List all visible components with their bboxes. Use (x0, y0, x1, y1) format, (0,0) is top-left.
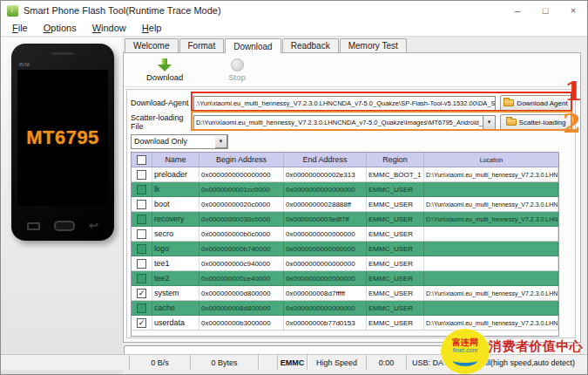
table-row[interactable]: preloader0x00000000000000000x00000000000… (132, 167, 558, 182)
cell-region: EMMC_USER (367, 242, 424, 256)
scatter-file-row: Scatter-loading File D:\Yun\xiaomi.eu_mu… (131, 112, 571, 132)
table-row[interactable]: logo0x000000000b7400000x0000000000000000… (132, 242, 558, 256)
cell-name: cache (152, 301, 199, 315)
tab-memory-test[interactable]: Memory Test (340, 38, 407, 52)
status-bar: 0 B/s 0 Bytes EMMC High Speed 0:00 USB: … (1, 354, 587, 370)
checkbox-icon (137, 185, 146, 194)
tab-welcome[interactable]: Welcome (125, 38, 179, 52)
cell-end-address: 0x000000000002e313 (284, 167, 367, 181)
cell-begin-address: 0x000000000c940000 (199, 256, 284, 270)
table-body: preloader0x00000000000000000x00000000000… (132, 167, 558, 331)
table-row[interactable]: tee10x000000000c9400000x0000000000000000… (132, 256, 558, 271)
cell-name: preloader (152, 167, 199, 181)
checkbox-icon (137, 244, 146, 254)
folder-icon (504, 99, 514, 106)
cell-name: lk (152, 182, 199, 196)
minimize-button[interactable]: – (504, 1, 531, 20)
row-checkbox[interactable]: ✓ (132, 316, 152, 330)
table-row[interactable]: cache0x000000008d8000000x000000000000000… (132, 301, 558, 316)
checkbox-icon (137, 303, 146, 313)
tab-readback[interactable]: Readback (282, 38, 339, 52)
partition-table: Name Begin Address End Address Region Lo… (131, 152, 559, 337)
status-speed: 0 B/s (130, 355, 191, 370)
chevron-down-icon[interactable]: ▼ (483, 115, 496, 130)
title-bar: Smart Phone Flash Tool(Runtime Trace Mod… (1, 1, 587, 20)
chevron-down-icon: ▼ (215, 134, 227, 148)
cell-region: EMMC_BOOT_1 (367, 167, 424, 181)
cell-begin-address: 0x0000000000000000 (199, 167, 284, 181)
table-row[interactable]: tee20x000000000ce400000x0000000000000000… (132, 271, 558, 286)
header-name[interactable]: Name (152, 153, 199, 167)
stop-button-label: Stop (228, 72, 246, 82)
download-mode-select[interactable]: Download Only ▼ (131, 134, 228, 149)
app-icon (7, 5, 18, 17)
phone-speaker (51, 52, 74, 55)
row-checkbox[interactable] (132, 242, 152, 256)
menu-item-options[interactable]: Options (36, 22, 84, 34)
row-checkbox[interactable] (132, 197, 152, 211)
maximize-button[interactable]: □ (531, 1, 559, 20)
cell-name: boot (152, 197, 199, 211)
cell-end-address: 0x0000000000000000 (284, 242, 367, 256)
menu-item-file[interactable]: File (4, 22, 36, 34)
select-all-checkbox[interactable] (132, 153, 152, 167)
checkbox-icon: ✓ (137, 318, 146, 328)
row-checkbox[interactable] (132, 256, 152, 270)
table-row[interactable]: recovery0x00000000030c00000x0000000003e8… (132, 212, 558, 227)
cell-end-address: 0x000000008d7fffff (284, 286, 367, 300)
row-checkbox[interactable] (132, 227, 152, 241)
row-checkbox[interactable] (132, 182, 152, 196)
tab-download[interactable]: Download (225, 38, 280, 53)
phone-home-icon (54, 221, 75, 231)
status-empty (1, 355, 130, 370)
download-agent-input[interactable]: :\Yun\xiaomi.eu_multi_hennessy_V7.2.3.0.… (193, 96, 496, 111)
scatter-button-label: Scatter-loading (519, 119, 566, 126)
phone-menu-icon (27, 222, 40, 230)
cell-location: D:\Yun\xiaomi.eu_multi_hennessy_V7.2.3.0… (424, 212, 558, 226)
flash-tool-panel: WelcomeFormatDownloadReadbackMemory Test… (123, 38, 583, 343)
table-row[interactable]: lk0x0000000001cc00000x0000000000000000EM… (132, 182, 558, 197)
header-end[interactable]: End Address (284, 153, 367, 167)
phone-back-icon: ↩ (89, 222, 98, 230)
download-agent-label: Download-Agent (131, 99, 193, 107)
row-checkbox[interactable] (132, 301, 152, 315)
action-toolbar: Download Stop (124, 53, 580, 87)
menu-item-help[interactable]: Help (134, 22, 170, 34)
scatter-browse-button[interactable]: Scatter-loading (500, 114, 571, 131)
menu-item-window[interactable]: Window (84, 22, 134, 34)
header-region[interactable]: Region (367, 153, 424, 167)
table-row[interactable]: ✓userdata0x00000000b30000000x00000000b77… (132, 316, 558, 331)
annotation-number-2: 2 (563, 111, 581, 137)
status-usb-mode: USB: DA Download All(high speed,auto det… (407, 355, 587, 370)
row-checkbox[interactable]: ✓ (132, 286, 152, 300)
header-begin[interactable]: Begin Address (199, 153, 284, 167)
table-row[interactable]: secro0x000000000b0c00000x000000000000000… (132, 227, 558, 242)
cell-end-address: 0x0000000003e8f7ff (284, 212, 367, 226)
annotation-number-1: 1 (564, 78, 583, 105)
cell-end-address: 0x0000000000000000 (284, 182, 367, 196)
checkbox-icon (137, 215, 146, 224)
row-checkbox[interactable] (132, 167, 152, 181)
table-row[interactable]: ✓system0x000000000d8000000x000000008d7ff… (132, 286, 558, 301)
cell-region: EMMC_USER (367, 286, 424, 300)
row-checkbox[interactable] (132, 212, 152, 226)
status-storage: EMMC (278, 355, 308, 370)
mode-row: Download Only ▼ (131, 133, 571, 150)
download-button[interactable]: Download (146, 58, 183, 82)
download-mode-value: Download Only (134, 137, 187, 146)
close-button[interactable]: × (559, 1, 587, 20)
status-usb-speed: High Speed (308, 355, 367, 370)
tab-format[interactable]: Format (179, 38, 225, 52)
cell-location (424, 182, 558, 196)
table-row[interactable]: boot0x00000000020c00000x00000000028888ff… (132, 197, 558, 212)
cell-begin-address: 0x000000000b0c0000 (199, 227, 284, 241)
download-agent-browse-button[interactable]: Download Agent (500, 95, 571, 112)
row-checkbox[interactable] (132, 271, 152, 285)
checkbox-icon (137, 229, 146, 239)
cell-location: D:\Yun\xiaomi.eu_multi_hennessy_V7.2.3.0… (424, 167, 558, 181)
cell-region: EMMC_USER (367, 227, 424, 241)
scatter-file-combobox[interactable]: D:\Yun\xiaomi.eu_multi_hennessy_V7.2.3.0… (193, 115, 483, 130)
stop-button[interactable]: Stop (228, 58, 246, 82)
checkbox-icon (137, 200, 146, 209)
header-location[interactable]: Location (424, 153, 558, 167)
